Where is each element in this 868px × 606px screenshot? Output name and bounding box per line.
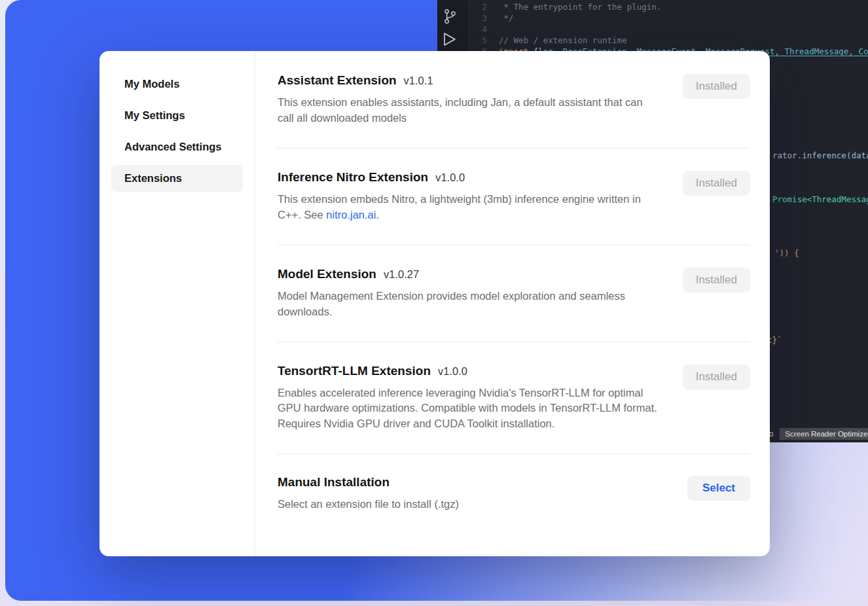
desktop: 2 * The entrypoint for the plugin. 3 */ …: [0, 0, 868, 606]
code-line: 4: [467, 24, 868, 35]
extension-description: Enables accelerated inference leveraging…: [278, 385, 657, 433]
settings-modal: My Models My Settings Advanced Settings …: [99, 51, 770, 556]
line-number: 5: [467, 35, 487, 46]
manual-installation-title: Manual Installation: [278, 475, 389, 489]
code-line: 5 // Web / extension runtime: [467, 35, 868, 46]
code-fragment: ')) {: [774, 248, 799, 258]
extension-version: v1.0.1: [404, 75, 433, 86]
extension-row: TensortRT-LLM Extensionv1.0.0 Enables ac…: [278, 342, 750, 455]
extension-name: TensortRT-LLM Extension: [278, 364, 431, 378]
installed-button[interactable]: Installed: [683, 74, 750, 99]
extension-version: v1.0.0: [435, 171, 465, 183]
extension-name: Model Extension: [278, 267, 376, 281]
git-branch-icon: [443, 9, 457, 27]
extension-row: Inference Nitro Extensionv1.0.0 This ext…: [278, 149, 750, 245]
nitro-link[interactable]: nitro.jan.ai.: [326, 209, 379, 221]
extension-description: Model Management Extension provides mode…: [278, 289, 657, 320]
settings-sidebar: My Models My Settings Advanced Settings …: [99, 51, 255, 556]
manual-installation-row: Manual Installation Select an extension …: [278, 454, 750, 534]
extension-version: v1.0.0: [438, 365, 467, 377]
sidebar-item-advanced-settings[interactable]: Advanced Settings: [111, 134, 243, 160]
sidebar-item-my-settings[interactable]: My Settings: [111, 102, 243, 129]
code-lines: 2 * The entrypoint for the plugin. 3 */ …: [467, 1, 868, 57]
installed-button[interactable]: Installed: [683, 365, 750, 389]
line-number: 3: [467, 12, 487, 24]
code-text: // Web / extension runtime: [499, 35, 627, 46]
editor-status: go Screen Reader Optimized: [765, 428, 868, 440]
extension-name: Inference Nitro Extension: [278, 170, 428, 184]
code-text: */: [499, 12, 514, 24]
extension-description: This extension enables assistants, inclu…: [278, 95, 657, 126]
code-line: 2 * The entrypoint for the plugin.: [467, 1, 868, 12]
extensions-panel: Assistant Extensionv1.0.1 This extension…: [255, 51, 770, 556]
line-number: 4: [467, 24, 487, 35]
extension-row: Model Extensionv1.0.27 Model Management …: [278, 245, 750, 342]
extension-row: Assistant Extensionv1.0.1 This extension…: [278, 51, 750, 149]
code-text: * The entrypoint for the plugin.: [499, 1, 661, 12]
play-icon: [441, 31, 458, 50]
code-fragment: rator.inference(data));: [772, 151, 868, 160]
extension-name: Assistant Extension: [278, 73, 397, 87]
extension-description: This extension embeds Nitro, a lightweig…: [278, 192, 657, 223]
sidebar-item-extensions[interactable]: Extensions: [111, 165, 243, 192]
line-number: 2: [467, 1, 487, 12]
manual-installation-description: Select an extension file to install (.tg…: [278, 497, 459, 512]
code-fragment: Promise<ThreadMessage>: [772, 194, 868, 204]
extension-version: v1.0.27: [384, 268, 419, 280]
installed-button[interactable]: Installed: [683, 171, 750, 196]
select-file-button[interactable]: Select: [687, 476, 750, 501]
screen-reader-badge: Screen Reader Optimized: [780, 428, 868, 440]
sidebar-item-my-models[interactable]: My Models: [111, 71, 243, 98]
code-line: 3 */: [467, 12, 868, 24]
installed-button[interactable]: Installed: [683, 268, 750, 293]
